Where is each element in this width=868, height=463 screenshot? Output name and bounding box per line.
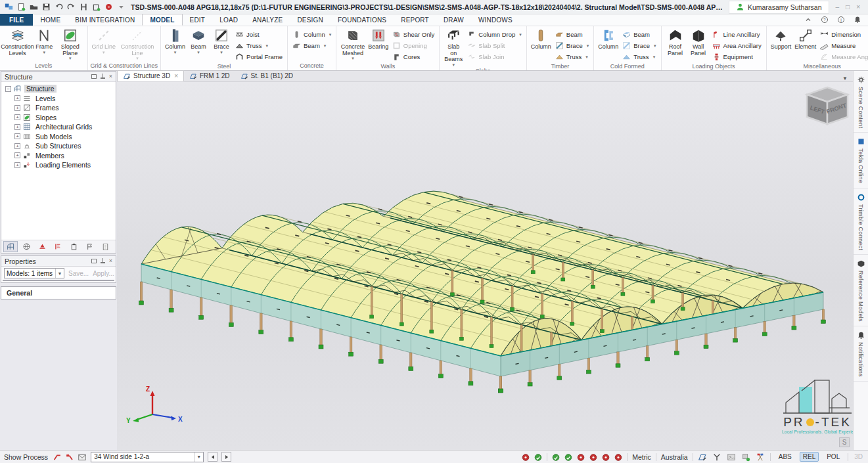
ribbon-button-measure-angle[interactable]: Measure Angle — [818, 51, 868, 62]
view-cube[interactable]: LEFT FRONT — [804, 86, 850, 128]
ribbon-button-portal-frame[interactable]: Portal Frame — [233, 51, 285, 62]
coord-mode-pol[interactable]: POL — [823, 452, 843, 462]
collapse-chevron-button[interactable] — [804, 16, 812, 24]
ribbon-button-slab-on-beams[interactable]: Slab on Beams▾ — [442, 28, 465, 67]
ribbon-button-column[interactable]: Column▾ — [290, 29, 333, 40]
view-tab-frm-1-2d[interactable]: FRM 1 2D — [184, 70, 235, 81]
ribbon-tab-draw[interactable]: DRAW — [436, 14, 471, 26]
close-window-button[interactable]: × — [856, 3, 860, 11]
view-settings-button[interactable] — [698, 452, 708, 462]
pin-panel-icon[interactable] — [101, 258, 105, 264]
rail-item-trimble-connect[interactable]: Trimble Connect — [854, 188, 868, 255]
sp-flag-button[interactable] — [82, 241, 97, 252]
status-light-error[interactable] — [614, 453, 622, 461]
close-panel-icon[interactable]: × — [109, 74, 112, 79]
tree-expander-icon[interactable]: + — [14, 95, 20, 101]
coord-mode-rel[interactable]: REL — [800, 452, 819, 462]
apply-button[interactable]: Apply... — [93, 270, 114, 277]
qat-undo-button[interactable] — [54, 3, 63, 12]
image-button[interactable] — [727, 452, 737, 462]
ribbon-button-beam[interactable]: Beam▾ — [187, 28, 210, 55]
ribbon-button-construction-levels[interactable]: Construction Levels — [3, 28, 32, 56]
rail-item-tekla-online[interactable]: Tekla Online — [854, 133, 868, 188]
view-tab-st-b1-b1-2d[interactable]: St. B1 (B1) 2D — [235, 70, 298, 81]
qat-package-button[interactable] — [91, 3, 101, 12]
ribbon-tab-windows[interactable]: WINDOWS — [471, 14, 520, 26]
sp-list-button[interactable] — [51, 241, 65, 252]
ribbon-tab-edit[interactable]: EDIT — [183, 14, 213, 26]
ribbon-tab-home[interactable]: HOME — [33, 14, 68, 26]
qat-tekla-logo-button[interactable] — [4, 3, 13, 12]
status-light-ok[interactable] — [564, 453, 572, 461]
previous-load-case-button[interactable] — [208, 452, 217, 462]
ribbon-button-truss[interactable]: Truss▾ — [233, 40, 285, 51]
ribbon-button-column[interactable]: Column▾ — [164, 28, 187, 55]
ribbon-button-joist[interactable]: Joist — [233, 29, 285, 40]
ribbon-button-frame[interactable]: Frame▾ — [33, 28, 55, 55]
ribbon-button-brace[interactable]: Brace▾ — [620, 40, 658, 51]
rail-item-scene-content[interactable]: Scene Content — [854, 71, 868, 133]
ribbon-button-brace[interactable]: Brace▾ — [210, 28, 233, 55]
ribbon-tab-design[interactable]: DESIGN — [290, 14, 331, 26]
ribbon-tab-analyze[interactable]: ANALYZE — [245, 14, 290, 26]
load-case-select[interactable]: 34 Wind side 1-2-a ▼ — [91, 452, 204, 462]
tree-item-members[interactable]: +Members — [1, 151, 116, 161]
ribbon-button-element[interactable]: Element — [793, 28, 817, 51]
3d-viewport[interactable]: LEFT FRONT Z X Y — [117, 82, 853, 450]
sp-support-button[interactable] — [35, 241, 49, 252]
ribbon-tab-report[interactable]: REPORT — [394, 14, 436, 26]
ribbon-button-truss[interactable]: Truss▾ — [553, 51, 591, 62]
qat-record-button[interactable] — [104, 3, 113, 12]
rail-item-notifications[interactable]: Notifications — [854, 326, 868, 382]
scroll-up-icon[interactable]: ▲ — [108, 280, 112, 281]
status-light-error[interactable] — [522, 453, 530, 461]
ribbon-button-slab-join[interactable]: Slab Join — [465, 51, 523, 62]
sp-box-button[interactable] — [66, 241, 81, 252]
float-panel-icon[interactable] — [91, 74, 97, 79]
ribbon-button-bearing[interactable]: Bearing — [367, 28, 390, 51]
qat-redo-button[interactable] — [66, 3, 76, 12]
ribbon-button-measure[interactable]: Measure — [818, 40, 868, 51]
ribbon-button-cores[interactable]: Cores — [390, 51, 437, 62]
view-tab-list-button[interactable]: ▼ — [837, 76, 853, 81]
models-select[interactable]: Models: 1 items ▼ — [4, 268, 64, 278]
tree-expander-icon[interactable]: + — [14, 105, 20, 111]
qat-caret-down-button[interactable] — [116, 3, 126, 12]
status-light-ok[interactable] — [552, 453, 560, 461]
ribbon-tab-bim-integration[interactable]: BIM INTEGRATION — [68, 14, 142, 26]
tree-expander-icon[interactable]: − — [5, 86, 11, 92]
tree-expander-icon[interactable]: + — [14, 114, 20, 120]
float-panel-icon[interactable] — [91, 259, 97, 263]
ribbon-button-grid-line[interactable]: Grid Line▾ — [91, 28, 118, 55]
ribbon-tab-model[interactable]: MODEL — [142, 14, 182, 26]
qat-save-button[interactable] — [41, 3, 51, 12]
snapshot-corner-button[interactable]: S — [839, 437, 850, 447]
ribbon-button-slab-split[interactable]: Slab Split — [465, 40, 523, 51]
properties-section-general[interactable]: −General — [3, 280, 105, 281]
tree-expander-icon[interactable]: + — [14, 162, 20, 168]
ribbon-button-opening[interactable]: Opening — [390, 40, 437, 51]
ribbon-button-column[interactable]: Column — [530, 28, 553, 51]
info-button[interactable]: i — [836, 16, 845, 24]
status-light-error[interactable] — [577, 453, 585, 461]
minimize-window-button[interactable]: – — [836, 3, 840, 11]
ribbon-tab-load[interactable]: LOAD — [212, 14, 245, 26]
tree-item-frames[interactable]: +Frames — [1, 103, 116, 113]
tree-item-loading-elements[interactable]: +Loading Elements — [1, 160, 116, 170]
envelope-button[interactable] — [77, 452, 87, 462]
status-light-error[interactable] — [589, 453, 597, 461]
tree-expander-icon[interactable]: + — [14, 143, 20, 149]
tree-expander-icon[interactable]: + — [14, 133, 20, 139]
next-load-case-button[interactable] — [221, 452, 231, 462]
qat-open-folder-button[interactable] — [29, 3, 38, 12]
view-tab-structure-3d[interactable]: Structure 3D× — [117, 70, 184, 81]
ribbon-button-dimension[interactable]: Dimension — [818, 29, 868, 40]
ribbon-button-beam[interactable]: Beam — [553, 29, 591, 40]
maximize-window-button[interactable]: □ — [846, 3, 850, 11]
ribbon-button-beam[interactable]: Beam — [620, 29, 658, 40]
tree-item-slopes[interactable]: +Slopes — [1, 113, 116, 123]
ribbon-button-roof-panel[interactable]: Roof Panel — [664, 28, 687, 56]
ribbon-button-support[interactable]: Support — [769, 28, 793, 51]
close-panel-icon[interactable]: × — [109, 258, 112, 264]
ribbon-button-truss[interactable]: Truss▾ — [620, 51, 658, 62]
